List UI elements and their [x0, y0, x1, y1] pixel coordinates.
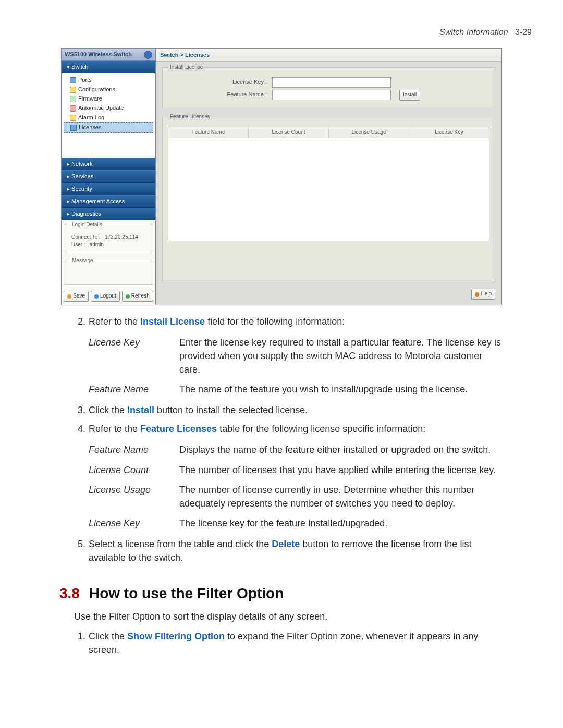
- help-icon: [475, 292, 479, 297]
- running-head: Switch Information 3-29: [31, 26, 532, 38]
- feature-licenses-title: Feature Licenses: [168, 113, 212, 121]
- login-connect-value: 172.20.25.114: [105, 233, 138, 241]
- section-title: How to use the Filter Option: [89, 583, 284, 604]
- page-root: Switch Information 3-29 WS5100 Wireless …: [0, 0, 563, 728]
- sidebar-button-bar: Save Logout Refresh: [62, 288, 155, 305]
- logout-icon: [94, 294, 99, 299]
- configurations-icon: [70, 87, 76, 93]
- refresh-button[interactable]: Refresh: [122, 291, 153, 302]
- step-3: 3. Click the Install button to install t…: [59, 403, 504, 417]
- document-body: 2. Refer to the Install License field fo…: [59, 315, 504, 657]
- nav-section-switch[interactable]: Switch: [62, 61, 155, 73]
- alarm-log-icon: [70, 115, 76, 121]
- brand-bar: WS5100 Wireless Switch: [62, 49, 155, 61]
- col-license-key[interactable]: License Key: [409, 127, 489, 138]
- nav-tree: Ports Configurations Firmware Automatic …: [62, 73, 155, 158]
- table-header-row: Feature Name License Count License Usage…: [168, 127, 489, 139]
- kw-show-filtering-option: Show Filtering Option: [127, 631, 225, 641]
- firmware-icon: [70, 96, 76, 102]
- help-button[interactable]: Help: [471, 289, 495, 300]
- login-details-box: Login Details Connect To :172.20.25.114 …: [65, 224, 152, 254]
- section-heading: 3.8 How to use the Filter Option: [59, 583, 504, 604]
- automatic-update-icon: [70, 105, 76, 112]
- tree-item-ports[interactable]: Ports: [62, 76, 155, 85]
- install-license-title: Install License: [168, 64, 205, 71]
- tree-item-licenses[interactable]: Licenses: [64, 122, 153, 133]
- kw-feature-licenses: Feature Licenses: [140, 424, 217, 434]
- install-button[interactable]: Install: [399, 90, 420, 101]
- feature-name-input[interactable]: [272, 90, 391, 100]
- gloss2-row-2: License Usage The number of license curr…: [89, 483, 504, 510]
- running-head-title: Switch Information: [439, 28, 508, 36]
- gloss2-row-0: Feature Name Displays the name of the fe…: [89, 443, 504, 456]
- kw-delete: Delete: [272, 539, 300, 549]
- login-connect-label: Connect To :: [71, 233, 101, 241]
- nav-section-diagnostics[interactable]: Diagnostics: [62, 208, 155, 220]
- section-step-1: 1. Click the Show Filtering Option to ex…: [59, 630, 504, 657]
- message-title: Message: [70, 257, 95, 263]
- save-button[interactable]: Save: [64, 291, 89, 302]
- login-user-value: admin: [90, 241, 104, 249]
- login-user-label: User :: [71, 241, 85, 249]
- kw-install: Install: [127, 405, 154, 415]
- step-2: 2. Refer to the Install License field fo…: [59, 315, 504, 328]
- brand-logo-icon: [144, 51, 152, 59]
- feature-licenses-group: Feature Licenses Feature Name License Co…: [162, 117, 495, 283]
- section-number: 3.8: [59, 583, 80, 604]
- sidebar: WS5100 Wireless Switch Switch Ports Conf…: [62, 49, 156, 305]
- tree-item-firmware[interactable]: Firmware: [62, 94, 155, 104]
- gloss2-row-1: License Count The number of licenses tha…: [89, 463, 504, 477]
- login-details-title: Login Details: [70, 221, 104, 227]
- nav-section-management-access[interactable]: Management Access: [62, 195, 155, 208]
- col-feature-name[interactable]: Feature Name: [168, 127, 249, 138]
- step-4: 4. Refer to the Feature Licenses table f…: [59, 422, 504, 436]
- step-5: 5. Select a license from the table and c…: [59, 537, 504, 564]
- gloss1-row-1: Feature Name The name of the feature you…: [89, 382, 504, 396]
- screenshot-frame: WS5100 Wireless Switch Switch Ports Conf…: [61, 48, 502, 305]
- nav-section-services[interactable]: Services: [62, 170, 155, 183]
- tree-item-automatic-update[interactable]: Automatic Update: [62, 104, 155, 113]
- running-head-page: 3-29: [515, 28, 532, 36]
- main-panel: Switch > Licenses Install License Licens…: [156, 49, 501, 305]
- tree-item-alarm-log[interactable]: Alarm Log: [62, 113, 155, 122]
- message-box: Message: [65, 260, 152, 285]
- gloss2-row-3: License Key The license key for the feat…: [89, 516, 504, 530]
- save-icon: [67, 294, 71, 299]
- install-license-group: Install License License Key : Feature Na…: [162, 67, 495, 108]
- refresh-icon: [126, 294, 130, 299]
- nav-section-network[interactable]: Network: [62, 158, 155, 170]
- col-license-usage[interactable]: License Usage: [329, 127, 409, 138]
- feature-licenses-table: Feature Name License Count License Usage…: [168, 127, 489, 241]
- kw-install-license: Install License: [140, 316, 205, 327]
- breadcrumb: Switch > Licenses: [156, 49, 501, 62]
- col-license-count[interactable]: License Count: [249, 127, 329, 138]
- license-key-input[interactable]: [272, 77, 391, 88]
- logout-button[interactable]: Logout: [91, 291, 120, 302]
- product-name: WS5100 Wireless Switch: [65, 51, 132, 59]
- glossary-1: License Key Enter the license key requir…: [89, 336, 504, 396]
- ports-icon: [70, 77, 76, 83]
- nav-section-security[interactable]: Security: [62, 183, 155, 195]
- tree-item-configurations[interactable]: Configurations: [62, 85, 155, 94]
- feature-name-label: Feature Name :: [220, 91, 267, 99]
- section-body: Use the Filter Option to sort the displa…: [74, 610, 504, 623]
- license-key-label: License Key :: [220, 78, 267, 87]
- gloss1-row-0: License Key Enter the license key requir…: [89, 336, 504, 376]
- glossary-2: Feature Name Displays the name of the fe…: [89, 443, 504, 529]
- licenses-icon: [70, 125, 77, 131]
